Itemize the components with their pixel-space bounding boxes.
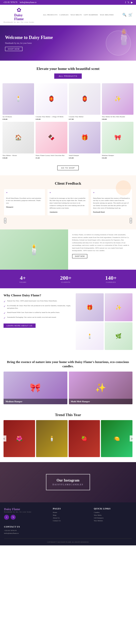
footer-contact-column: Contact Us +353 85 7879179 hello@daisyfl…: [4, 526, 50, 535]
top-bar: +353 85 7879179 hello@daisyflame.ie f 𝕏 …: [0, 0, 136, 5]
all-products-button[interactable]: All Products: [54, 73, 82, 79]
stat-clients-label: Clients: [60, 281, 72, 283]
footer-social: f 𝕏: [4, 515, 50, 520]
nav-wax-melters[interactable]: WAX MELTERS: [100, 14, 114, 16]
nature-card-1[interactable]: ✨ Multi Melt Hamper: [69, 372, 133, 404]
nature-section: Bring the essence of nature into your ho…: [0, 355, 136, 408]
product-price-1: €29.00: [36, 118, 67, 120]
trend-item-1[interactable]: 🕯️: [36, 420, 68, 457]
footer-link-about[interactable]: About Us: [53, 517, 91, 519]
stats-section: 4+ Years 200+ Clients 140+ Candles: [0, 270, 136, 288]
learn-more-button[interactable]: LEARN MORE ABOUT US: [4, 324, 36, 328]
feedback-quote-icon-0: ": [6, 191, 43, 196]
footer-quick-candles[interactable]: Candles: [94, 511, 132, 513]
footer-copyright: COPYRIGHT © 2023 DAISY FLAME. ALL RIGHTS…: [4, 541, 132, 543]
hero-title: Welcome to Daisy Flame: [5, 35, 53, 41]
footer-facebook-icon[interactable]: f: [4, 515, 9, 520]
hero-cta-button[interactable]: Shop Now: [5, 47, 22, 51]
facebook-icon[interactable]: f: [125, 1, 126, 4]
footer-quick-links-column: Quick Links Candles Wax Melts Gift Hampe…: [94, 507, 132, 522]
trend-grid: 🌺 🕯️ 🍓 🍋: [4, 420, 132, 457]
product-card-5[interactable]: 🍫 Daisy Flame Luxury Irish Chocolate Bar…: [36, 122, 67, 159]
product-image-3: ✨: [102, 83, 133, 115]
phone-text[interactable]: +353 85 7879179: [3, 1, 17, 4]
product-grid: 🕯️ Jar Of Hearts €18.00 🏮 Ceramic Wax Me…: [0, 83, 136, 163]
footer-logo-subtitle: Handmade by me, for your home: [4, 511, 50, 513]
product-card-7[interactable]: 🎀 Medium Hamper €32.00: [102, 122, 133, 159]
feedback-grid: " Hi all Daisyflame, Excellent service a…: [4, 189, 132, 215]
product-card-1[interactable]: 🏮 Ceramic Wax Melter - 2 Bags Of Melts €…: [36, 83, 67, 120]
logo[interactable]: ✿ Daisy Flame Handmade by me, for your h…: [4, 7, 34, 23]
product-name-1: Ceramic Wax Melter - 2 Bags Of Melts: [36, 116, 67, 118]
footer-contact-list: +353 85 7879179 hello@daisyflame.ie: [4, 530, 50, 534]
go-to-shop-button[interactable]: GO TO SHOP: [57, 166, 78, 170]
trend-section: Trend This Year ‹ 🌺 🕯️ 🍓 🍋 ›: [0, 408, 136, 462]
product-price-4: €18.00: [3, 157, 34, 159]
product-card-4[interactable]: 🏠 Wax Melter - House €18.00: [3, 122, 34, 159]
footer-grid: Daisy Flame Handmade by me, for your hom…: [4, 507, 132, 535]
instagram-handle[interactable]: DAISYFLAMECANDLES: [52, 484, 83, 486]
trend-next-button[interactable]: ›: [130, 435, 134, 441]
product-image-6: 🎁: [69, 122, 100, 153]
footer-pages-column: Pages Home Shop About Us Contact Us: [53, 507, 91, 522]
footer-link-contact[interactable]: Contact Us: [53, 520, 91, 522]
stat-clients-number: 200+: [60, 275, 72, 281]
product-image-1: 🏮: [36, 83, 67, 115]
product-card-0[interactable]: 🕯️ Jar Of Hearts €18.00: [3, 83, 34, 120]
product-image-5: 🍫: [36, 122, 67, 153]
footer-quick-wax-melts[interactable]: Wax Melts: [94, 514, 132, 516]
footer-link-home[interactable]: Home: [53, 511, 91, 513]
why-item-2: ✓ Hand-Poured With Care: Each time is cr…: [4, 311, 73, 314]
feedback-next-button[interactable]: ›: [130, 218, 132, 223]
why-text-area: Why Choose Daisy Flame? ✓ Natural Soy Wa…: [4, 293, 73, 350]
trend-item-0[interactable]: 🌺: [4, 420, 35, 457]
nav-gift-hampers[interactable]: GIFT HAMPERS: [84, 14, 98, 16]
hero-candle-icon: 🕯️: [115, 28, 133, 46]
footer-link-shop[interactable]: Shop: [53, 514, 91, 516]
stat-clients: 200+ Clients: [60, 275, 72, 283]
about-body-text: At Daisy Flame, we believe in creating m…: [72, 233, 132, 252]
why-item-3: ✓ Sustainable Packaging: Our carton can …: [4, 316, 73, 319]
stat-years-number: 4+: [19, 275, 26, 281]
feedback-prev-button[interactable]: ‹: [4, 218, 6, 223]
trend-item-3[interactable]: 🍋: [101, 420, 132, 457]
stat-years: 4+ Years: [19, 275, 26, 283]
stat-candles: 140+ Candles: [105, 275, 117, 283]
email-text[interactable]: hello@daisyflame.ie: [20, 1, 37, 4]
product-card-2[interactable]: 🏮 Ceramic Wax Melter €27.98: [69, 83, 100, 120]
footer-quick-gift-hampers[interactable]: Gift Hampers: [94, 517, 132, 519]
instagram-title: Our Instagram: [52, 478, 83, 482]
footer-twitter-icon[interactable]: 𝕏: [11, 515, 16, 520]
go-to-shop-wrap: GO TO SHOP: [0, 163, 136, 175]
product-image-7: 🎀: [102, 122, 133, 153]
feedback-text-2: Daisyflame has captured the essence of P…: [93, 197, 130, 210]
nav-candles[interactable]: CANDLES: [60, 14, 69, 16]
youtube-icon[interactable]: ▶: [131, 1, 133, 4]
product-card-3[interactable]: ✨ Wax Melter & Mex Melt Bundle €30.00: [102, 83, 133, 120]
footer-contact-email[interactable]: hello@daisyflame.ie: [4, 532, 50, 534]
search-icon[interactable]: 🔍: [122, 13, 126, 17]
trend-prev-button[interactable]: ‹: [2, 435, 6, 441]
product-name-3: Wax Melter & Mex Melt Bundle: [102, 116, 133, 118]
cart-icon[interactable]: 🛒: [128, 13, 132, 17]
twitter-icon[interactable]: 𝕏: [127, 1, 129, 4]
why-item-1: ✓ Eco-Friendly & Clean: Pour-free oils p…: [4, 305, 73, 310]
why-check-icon-0: ✓: [4, 300, 6, 303]
footer-quick-wax-melters[interactable]: Wax Melters: [94, 520, 132, 522]
hero-text: Welcome to Daisy Flame Handmade by me, f…: [5, 35, 53, 51]
nature-card-0[interactable]: 🎀 Medium Hamper: [4, 372, 67, 404]
why-img-2: 🕯️: [76, 322, 103, 350]
feedback-author-2: Patchouli Hotel: [93, 211, 130, 214]
why-title: Why Choose Daisy Flame?: [4, 293, 73, 297]
feedback-author-1: Antoinette: [49, 211, 86, 214]
about-shop-now-button[interactable]: SHOP NOW: [72, 254, 88, 258]
nav-wax-melts[interactable]: WAX MELTS: [71, 14, 82, 16]
hero-subtitle: Handmade by me, for your home: [5, 42, 53, 44]
feedback-card-1: " Could not be message as late this is j…: [47, 189, 88, 215]
product-card-6[interactable]: 🎁 Small Hamper €25.00: [69, 122, 100, 159]
nav-all-products[interactable]: ALL PRODUCTS: [43, 14, 58, 16]
product-price-6: €25.00: [69, 157, 100, 159]
footer-contact-phone[interactable]: +353 85 7879179: [4, 530, 50, 532]
trend-row: ‹ 🌺 🕯️ 🍓 🍋 ›: [4, 420, 132, 457]
trend-item-2[interactable]: 🍓: [69, 420, 100, 457]
